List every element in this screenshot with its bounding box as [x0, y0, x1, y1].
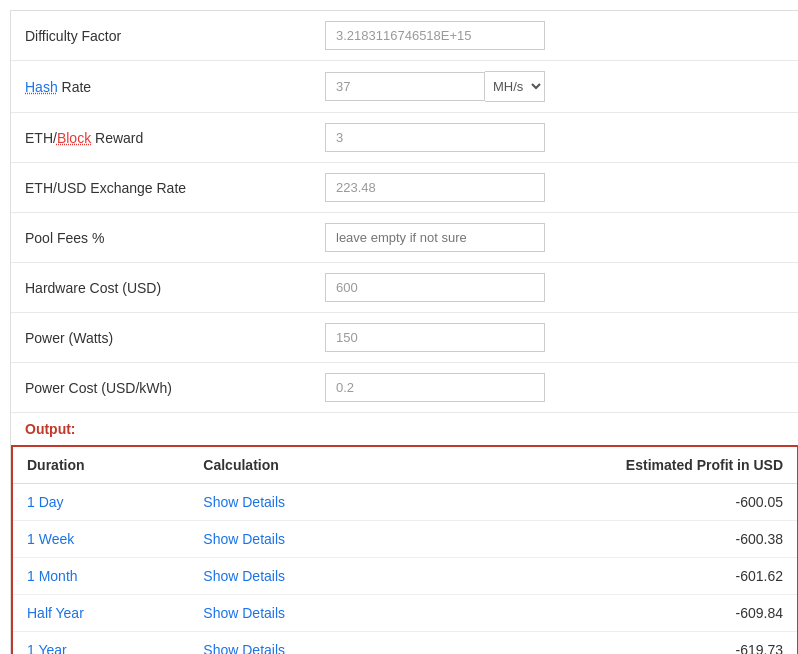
input-cell-pool-fees: [311, 213, 798, 262]
label-power-cost: Power Cost (USD/kWh): [11, 363, 311, 413]
output-calculation: Show Details: [189, 595, 415, 632]
input-difficulty-factor[interactable]: [325, 21, 545, 50]
input-eth-block-reward[interactable]: [325, 123, 545, 152]
output-table: DurationCalculationEstimated Profit in U…: [13, 447, 797, 654]
output-section: DurationCalculationEstimated Profit in U…: [11, 445, 798, 654]
input-hardware-cost[interactable]: [325, 273, 545, 302]
output-duration: 1 Week: [13, 521, 189, 558]
output-duration: 1 Year: [13, 632, 189, 655]
output-col-2: Estimated Profit in USD: [415, 447, 797, 484]
input-power-cost[interactable]: [325, 373, 545, 402]
input-cell-eth-block-reward: [311, 113, 798, 162]
label-eth-usd-rate: ETH/USD Exchange Rate: [11, 163, 311, 213]
output-calculation: Show Details: [189, 632, 415, 655]
output-duration: 1 Day: [13, 484, 189, 521]
hash-label-underline: Hash: [25, 79, 58, 95]
output-calculation: Show Details: [189, 521, 415, 558]
label-hardware-cost: Hardware Cost (USD): [11, 263, 311, 313]
label-eth-block-reward: ETH/Block Reward: [11, 113, 311, 163]
block-label-underline: Block: [57, 130, 91, 146]
output-duration: 1 Month: [13, 558, 189, 595]
output-calculation: Show Details: [189, 558, 415, 595]
input-eth-usd-rate[interactable]: [325, 173, 545, 202]
input-cell-power-cost: [311, 363, 798, 412]
calculator-container: Difficulty FactorHash RateKH/sMH/sGH/sTH…: [10, 10, 798, 654]
output-profit: -600.38: [415, 521, 797, 558]
output-duration: Half Year: [13, 595, 189, 632]
output-col-1: Calculation: [189, 447, 415, 484]
input-cell-eth-usd-rate: [311, 163, 798, 212]
label-hash-rate: Hash Rate: [11, 61, 311, 113]
output-profit: -619.73: [415, 632, 797, 655]
input-cell-power-watts: [311, 313, 798, 362]
input-hash-rate[interactable]: [325, 72, 485, 101]
input-pool-fees[interactable]: [325, 223, 545, 252]
show-details-link-2[interactable]: Show Details: [203, 568, 285, 584]
input-cell-difficulty-factor: [311, 11, 798, 60]
label-pool-fees: Pool Fees %: [11, 213, 311, 263]
label-difficulty-factor: Difficulty Factor: [11, 11, 311, 61]
unit-select-hash-rate[interactable]: KH/sMH/sGH/sTH/s: [485, 71, 545, 102]
input-cell-hardware-cost: [311, 263, 798, 312]
output-profit: -600.05: [415, 484, 797, 521]
show-details-link-3[interactable]: Show Details: [203, 605, 285, 621]
input-cell-hash-rate: KH/sMH/sGH/sTH/s: [311, 61, 798, 112]
show-details-link-1[interactable]: Show Details: [203, 531, 285, 547]
input-power-watts[interactable]: [325, 323, 545, 352]
output-profit: -609.84: [415, 595, 797, 632]
unit-wrapper-hash-rate: KH/sMH/sGH/sTH/s: [325, 71, 545, 102]
input-table: Difficulty FactorHash RateKH/sMH/sGH/sTH…: [11, 11, 798, 413]
output-profit: -601.62: [415, 558, 797, 595]
output-label: Output:: [11, 413, 798, 445]
output-calculation: Show Details: [189, 484, 415, 521]
label-power-watts: Power (Watts): [11, 313, 311, 363]
output-col-0: Duration: [13, 447, 189, 484]
show-details-link-4[interactable]: Show Details: [203, 642, 285, 654]
show-details-link-0[interactable]: Show Details: [203, 494, 285, 510]
